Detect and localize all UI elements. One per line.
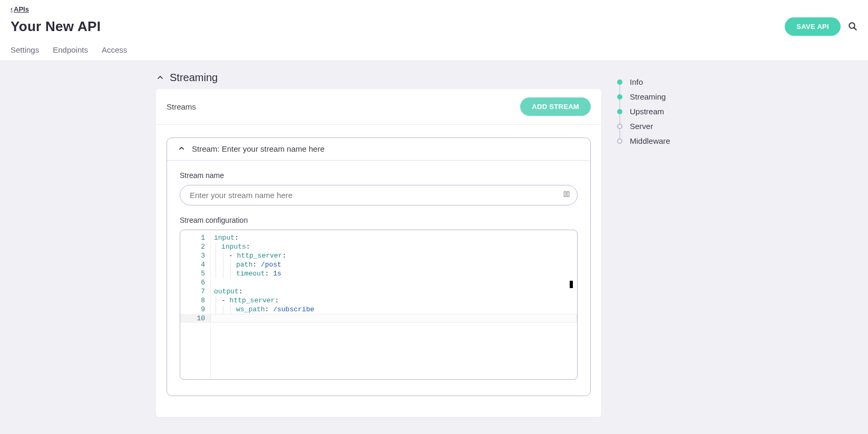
editor-gutter: 12345678910 [180,230,211,379]
stream-config-editor[interactable]: 12345678910 input:inputs:- http_server:p… [180,230,578,380]
breadcrumb-label: APIs [14,5,29,13]
editor-content[interactable]: input:inputs:- http_server:path: /postti… [211,230,577,379]
svg-rect-3 [567,192,569,196]
streams-panel: Streams ADD STREAM Stream: Enter your st… [156,89,601,417]
nav-dot-icon [617,94,622,100]
svg-rect-2 [564,192,566,196]
nav-item-label: Upstream [630,107,664,116]
nav-item-label: Server [630,122,653,131]
tab-access[interactable]: Access [102,45,127,61]
nav-item-info[interactable]: Info [617,75,712,90]
nav-item-server[interactable]: Server [617,119,712,134]
stream-card-toggle[interactable]: Stream: Enter your stream name here [167,138,590,161]
tab-endpoints[interactable]: Endpoints [53,45,88,61]
search-icon[interactable] [848,22,857,31]
nav-dot-icon [617,124,622,129]
section-heading: Streaming [170,72,218,84]
svg-line-1 [854,27,856,30]
tab-settings[interactable]: Settings [11,45,39,61]
stream-card-title: Stream: Enter your stream name here [192,144,325,153]
chevron-up-icon [178,144,186,154]
save-api-button[interactable]: SAVE API [785,17,841,36]
stream-config-label: Stream configuration [180,216,578,224]
section-progress-nav: InfoStreamingUpstreamServerMiddleware [617,72,712,149]
nav-item-label: Streaming [630,92,666,101]
nav-item-middleware[interactable]: Middleware [617,134,712,149]
nav-item-upstream[interactable]: Upstream [617,104,712,119]
stream-name-label: Stream name [180,171,578,180]
editor-cursor [570,281,573,288]
tabs: Settings Endpoints Access [11,45,857,61]
nav-dot-icon [617,139,622,144]
page-title: Your New API [11,18,101,35]
columns-icon [563,191,570,200]
nav-item-label: Info [630,77,643,86]
nav-dot-icon [617,80,622,85]
nav-item-streaming[interactable]: Streaming [617,90,712,104]
stream-name-input[interactable] [180,185,578,205]
stream-card: Stream: Enter your stream name here Stre… [167,137,591,396]
chevron-left-icon: ‹ [11,5,13,13]
breadcrumb-back[interactable]: ‹ APIs [11,5,29,13]
nav-dot-icon [617,109,622,114]
chevron-up-icon[interactable] [156,73,164,82]
page-header: ‹ APIs Your New API SAVE API Settings En… [0,0,868,61]
add-stream-button[interactable]: ADD STREAM [520,97,591,116]
panel-title: Streams [167,102,196,111]
nav-item-label: Middleware [630,136,670,145]
